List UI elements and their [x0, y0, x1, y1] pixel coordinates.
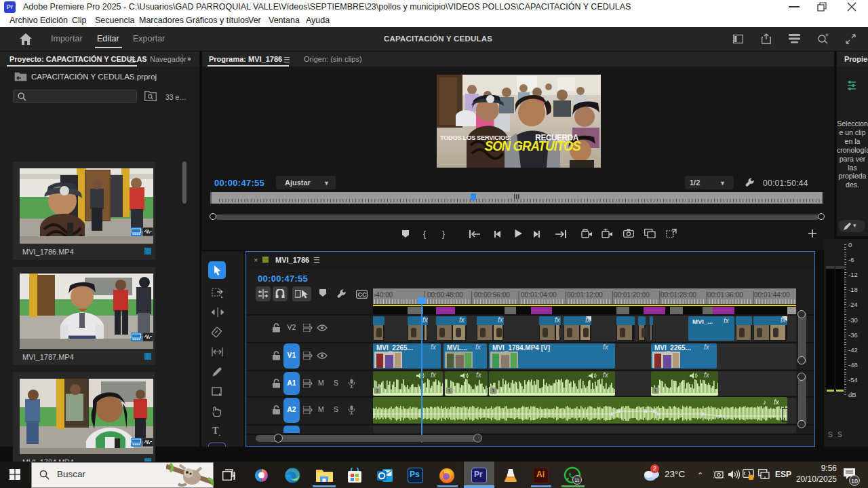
svg-text:11: 11: [574, 478, 579, 483]
svg-text:SON GRATUITOS: SON GRATUITOS: [485, 138, 581, 153]
svg-text:00:01:20:00: 00:01:20:00: [614, 291, 650, 299]
svg-text:CC: CC: [358, 291, 367, 298]
svg-text:T: T: [212, 426, 219, 436]
svg-text:00:01:12:00: 00:01:12:00: [567, 291, 603, 299]
svg-text:00:00:48:00: 00:00:48:00: [427, 291, 463, 299]
svg-text:00:00:56:00: 00:00:56:00: [474, 291, 510, 299]
svg-text:00:01:36:00: 00:01:36:00: [707, 291, 743, 299]
svg-text:00:01:28:00: 00:01:28:00: [660, 291, 696, 299]
svg-text:›40:00: ›40:00: [374, 291, 393, 299]
svg-text:00:01:04:00: 00:01:04:00: [521, 291, 557, 299]
svg-text:00:01:44:00: 00:01:44:00: [754, 291, 790, 299]
